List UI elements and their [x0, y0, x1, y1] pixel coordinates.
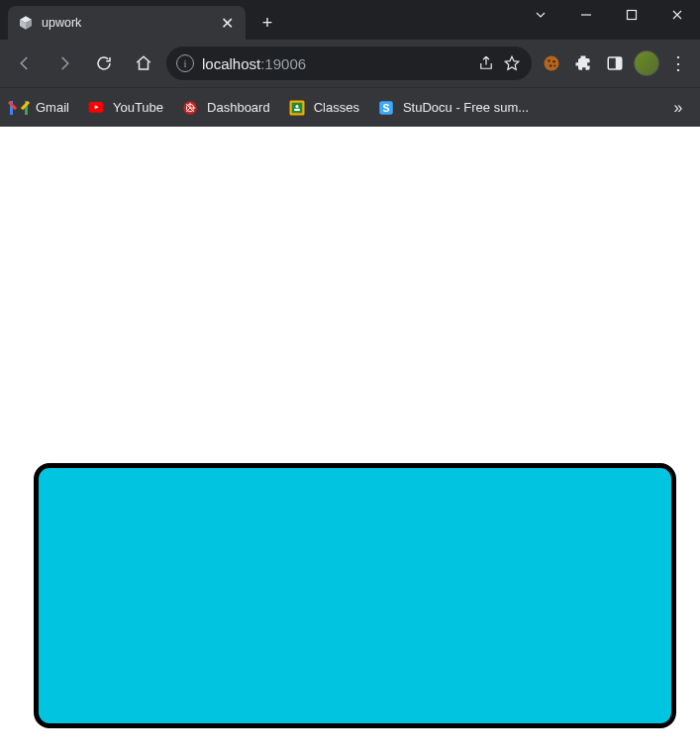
profile-avatar[interactable]: [633, 49, 660, 77]
browser-toolbar: i localhost:19006 ⋮: [0, 40, 700, 87]
forward-button[interactable]: [48, 47, 81, 80]
window-controls: [518, 0, 700, 40]
svg-point-1: [545, 56, 559, 71]
toolbar-right-icons: ⋮: [538, 49, 692, 77]
bookmark-gmail[interactable]: Gmail: [10, 99, 69, 117]
bookmark-label: Dashboard: [207, 100, 270, 115]
bookmark-label: YouTube: [113, 100, 163, 115]
bookmark-star-icon[interactable]: [502, 53, 522, 73]
cube-icon: [18, 15, 34, 31]
tab-title: upwork: [42, 16, 210, 30]
bookmark-label: Gmail: [36, 100, 69, 115]
home-button[interactable]: [127, 47, 160, 80]
back-button[interactable]: [8, 47, 42, 80]
studocu-icon: S: [377, 99, 395, 117]
new-tab-button[interactable]: +: [253, 9, 281, 37]
youtube-icon: [87, 99, 105, 117]
maximize-button[interactable]: [609, 0, 654, 30]
bookmark-youtube[interactable]: YouTube: [87, 99, 163, 117]
minimize-button[interactable]: [563, 0, 609, 30]
info-icon: i: [176, 54, 194, 72]
bookmark-label: Classes: [314, 100, 359, 115]
tab-search-button[interactable]: [518, 0, 563, 30]
svg-rect-0: [628, 11, 637, 20]
svg-point-13: [295, 105, 298, 108]
svg-point-5: [553, 65, 555, 67]
window-titlebar: upwork ✕ +: [0, 0, 700, 40]
url-text: localhost:19006: [202, 55, 306, 72]
dashboard-icon: [181, 99, 199, 117]
bookmark-label: StuDocu - Free sum...: [403, 100, 529, 115]
svg-point-2: [548, 59, 550, 62]
bookmark-studocu[interactable]: S StuDocu - Free sum...: [377, 99, 529, 117]
svg-rect-14: [294, 108, 300, 110]
tab-close-button[interactable]: ✕: [218, 14, 236, 32]
svg-point-3: [552, 60, 555, 63]
bookmark-dashboard[interactable]: Dashboard: [181, 99, 270, 117]
classroom-icon: [288, 99, 306, 117]
browser-tab[interactable]: upwork ✕: [8, 6, 246, 40]
url-host: localhost: [202, 55, 260, 72]
page-content: [0, 127, 700, 755]
reload-button[interactable]: [87, 47, 121, 80]
svg-point-4: [550, 64, 552, 67]
extensions-icon[interactable]: [569, 49, 597, 77]
svg-rect-7: [616, 57, 622, 69]
url-port: :19006: [260, 55, 306, 72]
side-panel-icon[interactable]: [601, 49, 629, 77]
close-window-button[interactable]: [654, 0, 700, 30]
share-icon[interactable]: [476, 53, 496, 73]
gmail-icon: [10, 99, 28, 117]
address-bar[interactable]: i localhost:19006: [166, 47, 532, 80]
tab-strip: upwork ✕ +: [0, 0, 281, 40]
svg-text:S: S: [382, 101, 389, 113]
cyan-panel: [34, 463, 676, 728]
menu-button[interactable]: ⋮: [664, 52, 692, 74]
bookmark-classes[interactable]: Classes: [288, 99, 359, 117]
bookmarks-bar: Gmail YouTube Dashboard Classes S StuDoc…: [0, 87, 700, 127]
site-info[interactable]: i: [176, 54, 194, 72]
bookmarks-overflow-button[interactable]: »: [666, 99, 690, 117]
cookie-extension-icon[interactable]: [538, 49, 565, 77]
